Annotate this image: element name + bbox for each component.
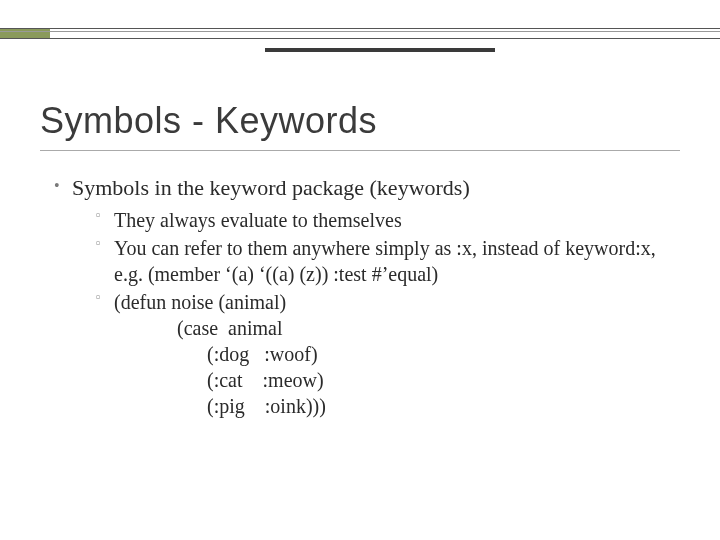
bullet-lvl2-item: They always evaluate to themselves [96,207,680,233]
code-line: (:pig :oink))) [132,393,680,419]
bullet-lvl2-item: (defun noise (animal) (case animal (:dog… [96,289,680,419]
bullet-lvl2-item: You can refer to them anywhere simply as… [96,235,680,287]
code-line: (case animal [132,315,680,341]
accent-spacer [50,28,720,38]
header-rule-bottom [0,38,720,39]
bullet-list-lvl1: Symbols in the keyword package (keywords… [40,175,680,419]
bullet-list-lvl2: They always evaluate to themselves You c… [72,207,680,419]
accent-olive-block [0,28,50,38]
header-accent [0,28,720,38]
code-line: (:cat :meow) [132,367,680,393]
bullet-lvl1-item: Symbols in the keyword package (keywords… [54,175,680,419]
slide-title: Symbols - Keywords [40,100,680,142]
header-rule-top [0,28,720,29]
header-rule-inner [0,31,720,32]
bullet-lvl2-text: They always evaluate to themselves [114,209,402,231]
bullet-lvl2-text: (defun noise (animal) [114,291,286,313]
header-short-rule [265,48,495,52]
bullet-lvl1-text: Symbols in the keyword package (keywords… [72,175,470,200]
bullet-lvl2-text: You can refer to them anywhere simply as… [114,237,656,285]
slide-body: Symbols - Keywords Symbols in the keywor… [40,100,680,425]
title-underline [40,150,680,151]
code-line: (:dog :woof) [132,341,680,367]
